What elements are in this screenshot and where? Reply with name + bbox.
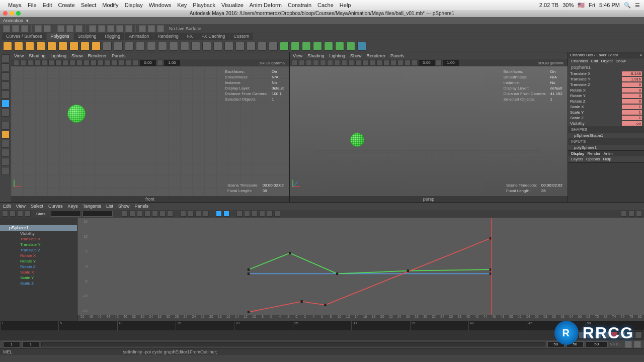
auto-tangent-icon[interactable]: [167, 211, 173, 217]
frame-tick[interactable]: 10: [117, 321, 176, 330]
vp-gamma-icon[interactable]: [157, 60, 163, 66]
lasso-tool-icon[interactable]: [2, 63, 10, 71]
toolbar[interactable]: No Live Surface: [0, 24, 644, 33]
outliner-node[interactable]: pSphere1: [0, 225, 77, 231]
lattice-icon[interactable]: [17, 211, 23, 217]
poly-pyramid-icon[interactable]: [69, 42, 78, 51]
paint-select-icon[interactable]: [75, 25, 83, 32]
insert-edge-icon[interactable]: [191, 42, 200, 51]
vp-image-plane-icon[interactable]: [313, 60, 319, 66]
shelf-tab-fx[interactable]: FX: [183, 33, 197, 40]
channel-box[interactable]: Channel Box / Layer Editor× ChannelsEdit…: [568, 52, 644, 202]
viewport-menus[interactable]: ViewShadingLightingShowRendererPanels: [11, 52, 289, 59]
vp-menu-panels[interactable]: Panels: [390, 53, 405, 58]
denormalize-icon[interactable]: [267, 211, 273, 217]
menu-anim-deform[interactable]: Anim Deform: [250, 2, 282, 8]
auto-key-icon[interactable]: [625, 341, 632, 348]
quad-draw-icon[interactable]: [313, 42, 322, 51]
playback-controls[interactable]: [579, 330, 642, 338]
status-line[interactable]: Animation ▾: [0, 17, 644, 24]
shelf-tab-fx-caching[interactable]: FX Caching: [197, 33, 229, 40]
vp-grid-icon[interactable]: [327, 60, 333, 66]
graph-menu-edit[interactable]: Edit: [3, 204, 11, 209]
paint-tool-icon[interactable]: [2, 72, 10, 80]
attr-row[interactable]: Rotate X0: [568, 87, 644, 93]
bridge-icon[interactable]: [147, 42, 156, 51]
frame-tick[interactable]: 45: [527, 321, 585, 330]
graph-menu-list[interactable]: List: [106, 204, 113, 209]
app-menus[interactable]: MayaFileEditCreateSelectModifyDisplayWin…: [8, 2, 357, 8]
layer-menu-options[interactable]: Options: [586, 157, 600, 161]
no-char-label[interactable]: No C…: [610, 342, 623, 346]
vp-lights-icon[interactable]: [119, 60, 125, 66]
search-icon[interactable]: 🔍: [624, 2, 631, 9]
menu-constrain[interactable]: Constrain: [288, 2, 311, 8]
window-controls[interactable]: [3, 11, 21, 16]
script-lang[interactable]: MEL: [3, 349, 13, 354]
graph-canvas[interactable]: 151050-5-10-15 -50-48-46-44-42-40-38-36-…: [77, 218, 644, 321]
cb-tab-channels[interactable]: Channels: [571, 59, 588, 63]
filter-icon[interactable]: [2, 219, 7, 224]
vp-field-chart-icon[interactable]: [76, 60, 83, 66]
layer-menu-layers[interactable]: Layers: [571, 157, 583, 161]
viewport-canvas[interactable]: Backfaces:OnSmoothness:N/AInstance:NoDis…: [11, 66, 289, 196]
poly-sphere-icon[interactable]: [3, 42, 12, 51]
frame-tick[interactable]: 40: [468, 321, 527, 330]
render-icon[interactable]: [139, 25, 146, 32]
save-scene-icon[interactable]: [21, 25, 28, 32]
vp-film-gate-icon[interactable]: [55, 60, 61, 66]
flat-tangent-icon[interactable]: [144, 211, 150, 217]
viewport-toolbar[interactable]: 0.00 1.00 sRGB gamma: [290, 59, 568, 66]
frame-tick[interactable]: 25: [293, 321, 351, 330]
center-view-icon[interactable]: [636, 211, 642, 217]
merge-icon[interactable]: [213, 42, 222, 51]
attr-value[interactable]: 1: [622, 105, 642, 109]
smooth-icon[interactable]: [158, 42, 167, 51]
attr-row[interactable]: Translate Y1.916: [568, 76, 644, 82]
layer-menu-help[interactable]: Help: [603, 157, 611, 161]
vp-textured-icon[interactable]: [112, 60, 118, 66]
menu-help[interactable]: Help: [340, 2, 351, 8]
frame-tick[interactable]: 1: [0, 321, 58, 330]
graph-menu-view[interactable]: View: [16, 204, 26, 209]
stack-icon[interactable]: [274, 211, 280, 217]
layout-outliner-icon[interactable]: [2, 167, 10, 175]
frame-ticks[interactable]: 15101520253035404550: [0, 321, 644, 330]
viewport-menus[interactable]: ViewShadingLightingShowRendererPanels: [290, 52, 568, 59]
shelf-tabs[interactable]: Curves / SurfacesPolygonsSculptingRiggin…: [0, 33, 644, 40]
input-node[interactable]: polySphere1: [568, 145, 644, 150]
menu-display[interactable]: Display: [125, 2, 143, 8]
shelf-tab-rigging[interactable]: Rigging: [101, 33, 125, 40]
vp-menu-renderer[interactable]: Renderer: [88, 53, 107, 58]
multicut-icon[interactable]: [169, 42, 178, 51]
notifications-icon[interactable]: ☰: [635, 2, 640, 9]
rotate-tool-icon[interactable]: [2, 90, 10, 99]
vp-menu-view[interactable]: View: [293, 53, 302, 58]
menu-playback[interactable]: Playback: [193, 2, 215, 8]
colorspace-label[interactable]: sRGB gamma: [538, 61, 566, 65]
menu-select[interactable]: Select: [81, 2, 97, 8]
vp-textured-icon[interactable]: [390, 60, 396, 66]
snapshot-icon[interactable]: [252, 211, 258, 217]
maximize-icon[interactable]: [16, 11, 21, 16]
vp-resolution-gate-icon[interactable]: [341, 60, 347, 66]
vp-safe-title-icon[interactable]: [369, 60, 375, 66]
clamped-tangent-icon[interactable]: [129, 211, 135, 217]
pre-infinity-icon[interactable]: [216, 211, 222, 217]
channel-rotate-y[interactable]: Rotate Y: [0, 258, 77, 264]
exposure-field[interactable]: 0.00: [140, 60, 156, 66]
attr-row[interactable]: Rotate Y0: [568, 93, 644, 99]
vp-bookmark-icon[interactable]: [27, 60, 33, 66]
menu-edit[interactable]: Edit: [43, 2, 52, 8]
snap-grid-icon[interactable]: [89, 25, 96, 32]
shelf-tab-curves-surfaces[interactable]: Curves / Surfaces: [2, 33, 46, 40]
viewport-canvas[interactable]: Backfaces:OnSmoothness:N/AInstance:NoDis…: [290, 66, 568, 196]
graph-menu-show[interactable]: Show: [118, 204, 130, 209]
minimize-icon[interactable]: [10, 11, 14, 16]
graph-menu-panels[interactable]: Panels: [134, 204, 148, 209]
ipr-icon[interactable]: [148, 25, 155, 32]
menu-file[interactable]: File: [28, 2, 37, 8]
frame-all-icon[interactable]: [621, 211, 627, 217]
separate-icon[interactable]: [114, 42, 123, 51]
mirror-icon[interactable]: [258, 42, 267, 51]
